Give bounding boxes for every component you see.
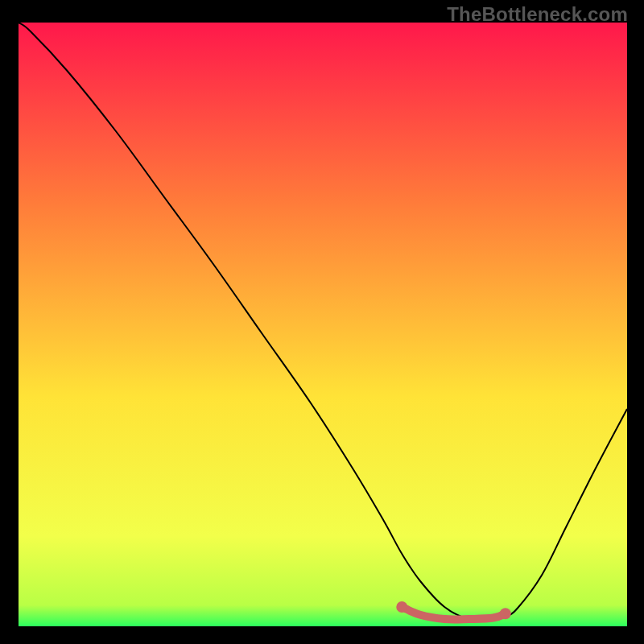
chart-frame: TheBottleneck.com: [0, 0, 644, 644]
watermark-text: TheBottleneck.com: [447, 3, 628, 26]
plot-area: [19, 23, 627, 626]
gradient-bg: [19, 23, 627, 626]
accent-dot-1: [500, 608, 511, 619]
chart-svg: [19, 23, 627, 626]
accent-dot-0: [396, 601, 407, 613]
